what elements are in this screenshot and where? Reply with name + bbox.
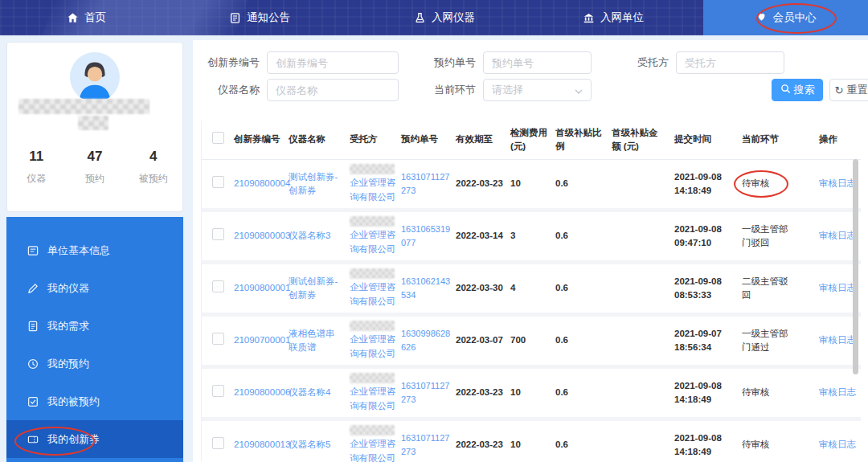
order-number-cell: 1630998628626 (401, 327, 456, 354)
table-body: 21090800004测试创新券-创新券企业管理咨询有限公司1631071127… (202, 160, 861, 462)
field-label: 仪器名称 (195, 83, 260, 97)
nav-item-home[interactable]: 首页 (67, 0, 106, 35)
column-header: 受托方 (350, 133, 401, 146)
instrument-name-link[interactable]: 仪器名称4 (289, 386, 330, 399)
test-fee-value: 10 (510, 440, 521, 449)
row-checkbox-cell (202, 280, 234, 296)
order-number-link[interactable]: 1630998628626 (401, 327, 451, 354)
field-label: 受托方 (624, 55, 669, 70)
instrument-name-link[interactable]: 测试创新券-创新券 (289, 170, 342, 198)
instrument-name-cell: 液相色谱串联质谱 (289, 327, 350, 355)
redacted-trustee-text (350, 216, 395, 227)
voucher-number-link[interactable]: 21090800003 (234, 231, 290, 240)
order-number-link[interactable]: 1631071127273 (401, 379, 451, 406)
order-number-link[interactable]: 1631071127273 (401, 431, 451, 458)
order-number-link[interactable]: 1631071127273 (401, 170, 451, 197)
order-number-link[interactable]: 1631065319077 (401, 223, 451, 249)
instrument-name-link[interactable]: 仪器名称3 (289, 229, 330, 243)
instrument-name-link[interactable]: 测试创新券-创新券 (289, 275, 342, 303)
row-checkbox-cell (202, 385, 234, 401)
audit-log-link[interactable]: 审核日志 (819, 231, 856, 240)
column-header: 仪器名称 (289, 133, 350, 146)
trustee-link[interactable]: 企业管理咨询有限公司 (350, 176, 396, 204)
stat-label: 预约 (66, 172, 125, 186)
nav-item-instruments[interactable]: 入网仪器 (414, 0, 475, 35)
audit-log-link[interactable]: 审核日志 (819, 387, 856, 397)
stat-reserved: 4 被预约 (124, 149, 182, 186)
avatar (70, 52, 120, 102)
nav-item-notices[interactable]: 通知公告 (229, 0, 290, 35)
submit-time-cell: 2021-09-08 08:53:33 (674, 275, 742, 303)
clock-icon (27, 358, 39, 370)
test-fee-cell: 3 (510, 229, 555, 243)
nav-item-label: 会员中心 (773, 10, 817, 25)
nav-item-organizations[interactable]: 入网单位 (583, 0, 644, 35)
trustee-link[interactable]: 企业管理咨询有限公司 (350, 280, 396, 309)
instrument-name-cell: 测试创新券-创新券 (289, 170, 350, 198)
sidebar-item-org-info[interactable]: 单位基本信息 (6, 231, 183, 269)
instrument-name-link[interactable]: 仪器名称5 (289, 438, 330, 452)
action-cell: 审核日志 (809, 438, 861, 452)
field-label: 当前环节 (424, 83, 476, 97)
search-button[interactable]: 搜索 (772, 79, 823, 101)
submit-time-value: 2021-09-08 14:18:49 (674, 431, 731, 460)
instrument-name-input[interactable] (267, 79, 399, 101)
voucher-number-cell: 21090800003 (234, 229, 289, 243)
sidebar-item-my-reservations[interactable]: 我的预约 (6, 345, 183, 382)
order-number-link[interactable]: 1631062143534 (401, 275, 451, 301)
nav-item-member-center[interactable]: 会员中心 (703, 0, 868, 35)
audit-log-link[interactable]: 审核日志 (819, 440, 856, 449)
subsidy-ratio-value: 0.6 (555, 283, 568, 292)
row-checkbox[interactable] (212, 333, 224, 345)
redacted-trustee-text (350, 373, 395, 383)
stat-value: 11 (7, 149, 66, 165)
sidebar-item-my-demands[interactable]: 我的需求 (6, 307, 183, 345)
field-current-stage: 当前环节 请选择 (424, 79, 592, 101)
sidebar-item-my-instruments[interactable]: 我的仪器 (6, 269, 183, 307)
sidebar-item-my-vouchers[interactable]: 我的创新券 (6, 420, 183, 458)
trustee-link[interactable]: 企业管理咨询有限公司 (350, 333, 396, 361)
valid-until-value: 2022-03-30 (456, 283, 503, 292)
redacted-trustee-text (350, 268, 395, 279)
valid-until-value: 2022-03-07 (456, 335, 503, 345)
audit-log-link[interactable]: 审核日志 (819, 178, 856, 188)
profile-stats: 11 仪器 47 预约 4 被预约 (7, 149, 182, 186)
stat-label: 被预约 (124, 172, 182, 186)
sidebar-item-my-reserved[interactable]: 我的被预约 (6, 382, 183, 420)
row-checkbox[interactable] (212, 176, 224, 188)
member-badge-icon (755, 10, 768, 25)
trustee-link[interactable]: 企业管理咨询有限公司 (350, 437, 396, 462)
order-number-input[interactable] (483, 51, 592, 74)
row-checkbox[interactable] (212, 280, 224, 292)
trustee-link[interactable]: 企业管理咨询有限公司 (350, 385, 396, 413)
trustee-link[interactable]: 企业管理咨询有限公司 (350, 228, 396, 256)
voucher-number-link[interactable]: 21090800006 (234, 387, 290, 397)
submit-time-value: 2021-09-07 18:56:34 (674, 327, 731, 355)
audit-log-link[interactable]: 审核日志 (819, 283, 856, 292)
row-checkbox[interactable] (212, 385, 224, 397)
instrument-name-link[interactable]: 液相色谱串联质谱 (289, 327, 342, 355)
select-all-checkbox[interactable] (212, 132, 224, 144)
row-checkbox[interactable] (212, 228, 224, 240)
audit-log-link[interactable]: 审核日志 (819, 335, 856, 345)
vertical-scrollbar-thumb[interactable] (853, 159, 858, 374)
voucher-number-link[interactable]: 21090700001 (234, 335, 290, 345)
voucher-number-link[interactable]: 21090800004 (234, 178, 290, 188)
current-stage-cell: 待审核 (742, 386, 809, 399)
test-fee-value: 700 (510, 335, 526, 345)
voucher-number-link[interactable]: 21090800013 (234, 440, 290, 449)
voucher-number-input[interactable] (267, 51, 399, 74)
main-panel: 创新券编号 预约单号 受托方 仪器名称 当前环节 请选择 搜索 ↻ 重置 创新券… (193, 40, 868, 462)
card-icon (27, 245, 39, 256)
row-checkbox-cell (202, 333, 234, 349)
field-voucher-number: 创新券编号 (195, 51, 399, 74)
voucher-number-link[interactable]: 21090800001 (234, 283, 290, 292)
current-stage-select[interactable]: 请选择 (483, 79, 592, 101)
row-checkbox[interactable] (212, 437, 224, 449)
reset-button[interactable]: ↻ 重置 (829, 79, 868, 101)
trustee-input[interactable] (676, 51, 784, 74)
table-row: 21090800003仪器名称3企业管理咨询有限公司16310653190772… (202, 212, 861, 260)
sidebar-item-label: 我的创新券 (47, 432, 100, 447)
pen-icon (27, 283, 39, 294)
subsidy-ratio-value: 0.6 (555, 387, 568, 397)
